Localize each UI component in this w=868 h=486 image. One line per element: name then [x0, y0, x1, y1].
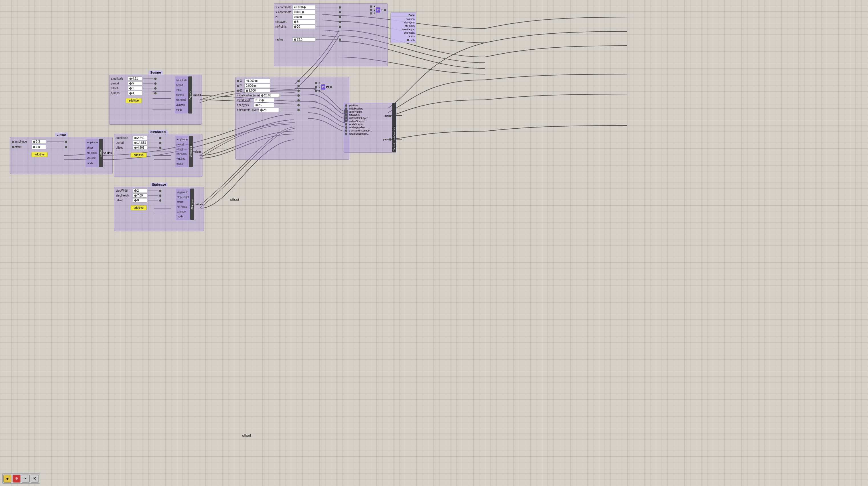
- tg-rotate-port: [345, 133, 347, 135]
- square-node-group: Square amplitude 4.31 period 5 offset: [109, 75, 202, 125]
- tg-position-port: [345, 104, 347, 107]
- square-amplitude-label: amplitude: [111, 77, 128, 80]
- tg-position: position: [345, 104, 384, 107]
- base-out-path: path: [392, 39, 414, 42]
- base-x-out-port: [339, 6, 341, 8]
- square-bumps-row: bumps 3: [111, 91, 157, 95]
- pos-initialradius-label: initialRadius (mm): [237, 94, 260, 97]
- staircase-title: Staircase: [150, 183, 168, 186]
- staircase-stepheight-label: stepHeight: [116, 194, 133, 197]
- square-additive-btn[interactable]: additive: [126, 98, 142, 103]
- sinusoidal-node-group: Sinusoidal amplitude 2.240 period 14.833…: [114, 134, 203, 177]
- toolbar-icon-3[interactable]: ✂: [22, 475, 30, 483]
- square-bumps-out-port: [154, 92, 157, 94]
- square-out-period: period: [176, 84, 187, 86]
- linear-offset-value[interactable]: 0.0: [32, 145, 46, 149]
- base-out-nbpoints: nbPoints: [405, 25, 414, 27]
- square-period-row: period 5: [111, 81, 157, 86]
- staircase-out-mode: mode: [177, 215, 189, 218]
- square-title: Square: [149, 70, 162, 74]
- pos-nbpointsinlayers-value[interactable]: 24: [259, 108, 279, 112]
- staircase-additive-btn[interactable]: additive: [131, 205, 147, 210]
- pos-layerheight-value[interactable]: 3.50: [254, 98, 274, 102]
- square-amplitude-row: amplitude 4.31: [111, 77, 157, 81]
- staircase-stepheight-value[interactable]: 7.00: [133, 193, 147, 198]
- pos-pt-x-port: [315, 82, 317, 84]
- square-offset-value[interactable]: 1: [128, 86, 142, 90]
- pos-z-in: [237, 90, 239, 92]
- square-amplitude-value[interactable]: 4.31: [128, 77, 142, 81]
- base-out-layerheight: layerHeight: [402, 28, 414, 31]
- linear-out-nbpoints: nbPoints: [87, 151, 98, 154]
- pos-initialradius-value[interactable]: 20.00: [260, 93, 280, 97]
- base-nblayers-value[interactable]: 3: [292, 20, 315, 24]
- linear-amplitude-value[interactable]: 0.3: [32, 140, 46, 144]
- base-y-out-port: [339, 11, 341, 13]
- sinusoidal-out-offset: offset: [177, 148, 188, 151]
- sinusoidal-offset-value[interactable]: 4.969: [133, 146, 147, 150]
- square-out-amplitude: amplitude: [176, 79, 187, 82]
- pos-y-value[interactable]: 0.000: [244, 84, 270, 88]
- square-period-value[interactable]: 5: [128, 81, 142, 86]
- base-radius-value[interactable]: 22.0: [292, 37, 315, 42]
- pt-z-row: Z: [370, 12, 375, 15]
- toolbar-icon-2[interactable]: ⚙: [12, 475, 21, 483]
- pt-y-in-port: [370, 9, 372, 11]
- staircase-stepwidth-value[interactable]: 2: [133, 188, 147, 193]
- tg-rotate: rotateShapingP...: [345, 132, 384, 135]
- tg-out-path: path: [383, 138, 391, 141]
- sinusoidal-amplitude-out-port: [159, 137, 161, 139]
- tg-scalingradius-port: [345, 126, 347, 129]
- base-z0-value[interactable]: 0.00: [292, 15, 315, 19]
- sinusoidal-additive-btn[interactable]: additive: [131, 153, 147, 157]
- linear-title: Linear: [55, 133, 68, 136]
- pt-out-port: [384, 9, 386, 11]
- square-bumps-value[interactable]: 3: [128, 91, 142, 95]
- toolbar-icon-1[interactable]: ●: [3, 475, 11, 483]
- pos-y-in: [237, 85, 239, 87]
- pos-pt-z-port: [315, 90, 317, 92]
- linear-node-group: Linear amplitude 0.3 offset 0.0 additive: [10, 137, 113, 174]
- pos-x-out: [298, 80, 300, 82]
- staircase-offset-value[interactable]: 0: [133, 198, 147, 203]
- offset-label-top: offset: [230, 198, 239, 202]
- pos-nbpointsinlayers-label: nbPointsInLayers: [237, 109, 259, 112]
- sinusoidal-amplitude-label: amplitude: [116, 136, 133, 140]
- sinusoidal-period-out-port: [159, 142, 161, 144]
- sinusoidal-period-value[interactable]: 14.833: [133, 141, 148, 145]
- pos-layerheight-row: layerHeight 3.50: [237, 98, 300, 102]
- square-out-nbpoints: nbPoints: [176, 98, 187, 101]
- tg-layerheight: layerHeight: [345, 110, 384, 113]
- base-out-nblayers: nbLayers: [404, 21, 414, 24]
- linear-out-offset: offset: [87, 146, 98, 149]
- sinusoidal-values-label: values: [193, 150, 202, 153]
- staircase-offset-label: offset: [116, 199, 133, 202]
- toolpath-generator-node: position initialRadius layerHeight nbLay…: [344, 103, 396, 153]
- pos-x-value[interactable]: 49.000: [244, 79, 270, 83]
- pt-out-label: Pt: [381, 8, 383, 11]
- staircase-out-stepwidth: stepWidth: [177, 191, 189, 194]
- pos-nbpointsinlayers-out: [298, 109, 300, 111]
- base-nbpoints-value[interactable]: 20: [292, 25, 315, 29]
- sinusoidal-out-nbpoints: nbPoints: [177, 153, 188, 155]
- linear-offset-row: offset 0.0: [12, 145, 67, 149]
- pos-y-out: [298, 85, 300, 87]
- pos-nblayers-value[interactable]: 25: [254, 103, 274, 107]
- staircase-values-label: values: [195, 203, 203, 206]
- base-x-value[interactable]: 49.000: [292, 5, 315, 9]
- sinusoidal-out-mode: mode: [177, 162, 188, 165]
- base-path-port: [407, 39, 409, 41]
- tg-radiusshaping: radiusShapin...: [345, 120, 384, 123]
- sinusoidal-amplitude-value[interactable]: 2.240: [133, 136, 147, 140]
- pos-y-label: Y: [240, 84, 244, 87]
- linear-vertical-label: Linear: [99, 139, 103, 167]
- staircase-out-values0: values0: [177, 210, 189, 213]
- linear-additive-btn[interactable]: additive: [31, 152, 47, 157]
- tg-scaleshaping-port: [345, 123, 347, 125]
- tg-out-port: [389, 115, 391, 117]
- toolbar-close-btn[interactable]: ✕: [31, 475, 39, 483]
- linear-amplitude-out-port: [65, 141, 67, 143]
- tg-translate-port: [345, 129, 347, 132]
- base-y-value[interactable]: 0.000: [292, 10, 315, 14]
- pos-z-value[interactable]: 9.000: [244, 88, 270, 93]
